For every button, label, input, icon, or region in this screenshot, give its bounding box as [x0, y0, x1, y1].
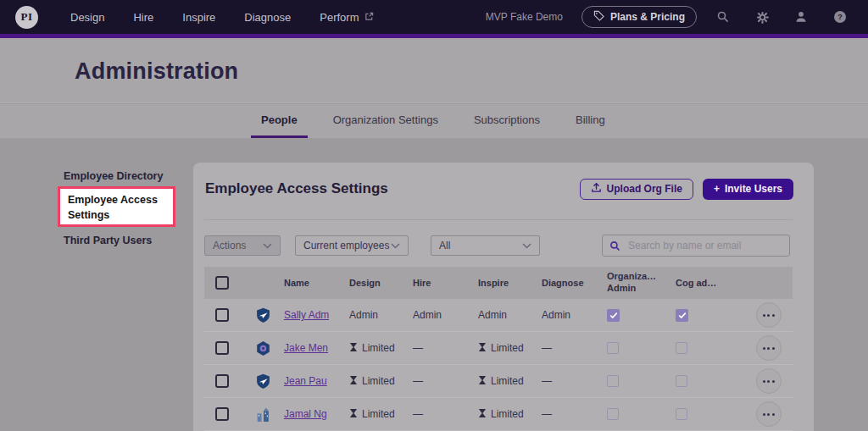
tab-organization-settings[interactable]: Organization Settings [323, 104, 448, 138]
org-admin-checkbox[interactable] [607, 375, 619, 387]
user-icon[interactable] [788, 4, 814, 30]
employee-name-link[interactable]: Jake Men [284, 342, 328, 354]
row-checkbox[interactable] [215, 308, 229, 322]
employee-name-link[interactable]: Jamal Ng [284, 408, 327, 420]
nav-link-hire[interactable]: Hire [133, 11, 153, 24]
col-header-hire: Hire [413, 278, 478, 288]
nav-link-perform[interactable]: Perform [320, 11, 373, 24]
sidebar-item-employee-directory[interactable]: Employee Directory [64, 170, 163, 182]
table-header-row: Name Design Hire Inspire Diagnose Organi… [204, 267, 793, 299]
cog-admin-checkbox[interactable] [676, 342, 687, 354]
tab-subscriptions[interactable]: Subscriptions [464, 104, 550, 138]
row-actions-button[interactable] [756, 302, 782, 328]
sidebar-item-third-party-users[interactable]: Third Party Users [64, 235, 152, 246]
employee-name-link[interactable]: Sally Adm [284, 309, 329, 321]
content-area: Employee Directory Employee Access Setti… [0, 138, 868, 431]
col-header-design: Design [349, 278, 413, 288]
employee-status-dropdown[interactable]: Current employees [295, 235, 409, 256]
row-actions-button[interactable] [756, 335, 782, 361]
card-divider [204, 219, 793, 220]
all-filter-dropdown[interactable]: All [431, 235, 540, 256]
svg-text:?: ? [837, 13, 843, 21]
table-row: Jamal Ng Limited — Limited — [204, 398, 793, 431]
top-navigation: PI Design Hire Inspire Diagnose Perform … [0, 0, 868, 34]
nav-link-inspire[interactable]: Inspire [182, 11, 215, 24]
cog-admin-checkbox[interactable] [676, 408, 687, 420]
cog-admin-checkbox[interactable] [676, 375, 687, 387]
card-heading: Employee Access Settings [205, 180, 388, 197]
sidebar-item-employee-access-settings[interactable]: Employee Access Settings [58, 186, 175, 227]
row-checkbox[interactable] [215, 407, 229, 421]
hire-access-cell: — [413, 408, 478, 420]
diagnose-access-cell: — [542, 408, 607, 420]
shield-plane-avatar [242, 373, 284, 390]
hourglass-icon [349, 375, 358, 388]
search-icon[interactable] [710, 4, 736, 30]
page-title: Administration [75, 58, 238, 85]
pi-logo[interactable]: PI [15, 6, 38, 29]
tabs-bar: People Organization Settings Subscriptio… [0, 104, 868, 138]
inspire-access-cell: Admin [478, 309, 542, 321]
actions-dropdown[interactable]: Actions [204, 235, 281, 256]
hourglass-icon [478, 408, 487, 421]
row-actions-button[interactable] [756, 368, 782, 394]
external-link-icon [364, 11, 374, 24]
nav-link-design[interactable]: Design [70, 11, 104, 24]
col-header-name: Name [284, 278, 349, 288]
chevron-down-icon [263, 240, 272, 251]
nav-right-cluster: MVP Fake Demo Plans & Pricing ? [486, 4, 853, 30]
nav-link-diagnose[interactable]: Diagnose [244, 11, 291, 24]
nav-links: Design Hire Inspire Diagnose Perform [70, 11, 374, 24]
diagnose-access-cell: — [542, 342, 607, 354]
hexagon-gear-avatar [242, 340, 284, 356]
building-avatar [242, 406, 284, 423]
org-admin-checkbox[interactable] [607, 342, 619, 354]
diagnose-access-cell: — [542, 375, 607, 387]
hourglass-icon [349, 342, 358, 355]
tag-icon [593, 10, 604, 24]
col-header-cog-admin: Cog ad… [676, 278, 744, 288]
help-icon[interactable]: ? [827, 4, 853, 30]
employee-table: Name Design Hire Inspire Diagnose Organi… [204, 267, 793, 431]
row-checkbox[interactable] [215, 341, 229, 355]
design-access-cell: Limited [349, 342, 413, 355]
org-name-label: MVP Fake Demo [486, 11, 563, 23]
tab-people[interactable]: People [251, 104, 308, 138]
hire-access-cell: — [413, 342, 478, 354]
gear-icon[interactable] [749, 4, 775, 30]
diagnose-access-cell: Admin [542, 309, 607, 321]
row-checkbox[interactable] [215, 374, 229, 388]
cog-admin-checkbox[interactable] [676, 309, 688, 322]
invite-users-button[interactable]: + Invite Users [703, 179, 793, 200]
upload-icon [591, 182, 602, 196]
search-input[interactable] [602, 235, 790, 257]
table-row: Jake Men Limited — Limited — [204, 332, 793, 365]
chevron-down-icon [522, 240, 531, 251]
design-access-cell: Admin [349, 309, 413, 321]
search-icon [609, 240, 620, 255]
col-header-org-admin: Organiza…Admin [607, 271, 676, 295]
inspire-access-cell: Limited [478, 342, 542, 355]
col-header-inspire: Inspire [478, 278, 542, 288]
hire-access-cell: — [413, 375, 478, 387]
employee-name-link[interactable]: Jean Pau [284, 375, 327, 387]
page-header: Administration [0, 38, 868, 103]
hourglass-icon [349, 408, 358, 421]
inspire-access-cell: Limited [478, 375, 542, 388]
design-access-cell: Limited [349, 375, 413, 388]
plans-pricing-button[interactable]: Plans & Pricing [581, 6, 697, 28]
hourglass-icon [478, 342, 487, 355]
hourglass-icon [478, 375, 487, 388]
upload-org-file-button[interactable]: Upload Org File [580, 179, 693, 200]
org-admin-checkbox[interactable] [607, 309, 620, 322]
row-actions-button[interactable] [756, 401, 782, 427]
tab-billing[interactable]: Billing [565, 104, 615, 138]
employee-access-settings-card: Employee Access Settings Upload Org File… [193, 163, 814, 431]
org-admin-checkbox[interactable] [607, 408, 619, 420]
shield-plane-avatar [242, 307, 284, 323]
table-row: Jean Pau Limited — Limited — [204, 365, 793, 398]
inspire-access-cell: Limited [478, 408, 542, 421]
design-access-cell: Limited [349, 408, 413, 421]
hire-access-cell: Admin [413, 309, 478, 321]
select-all-checkbox[interactable] [215, 276, 229, 290]
